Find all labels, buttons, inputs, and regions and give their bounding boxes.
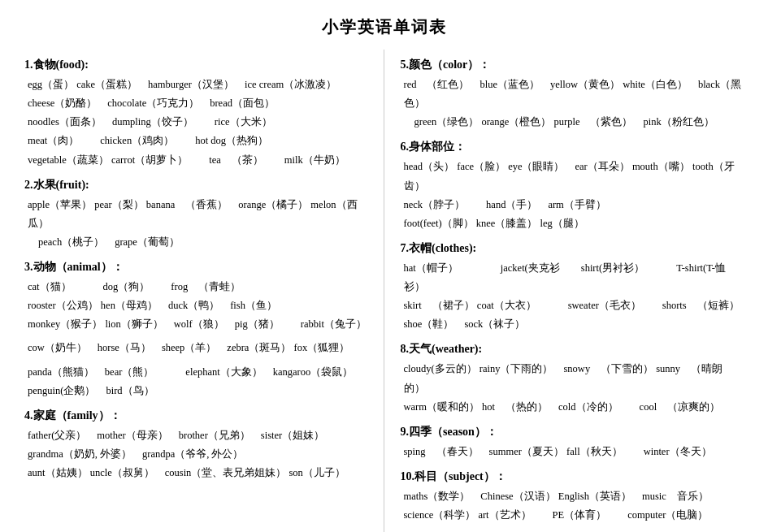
section-animal: 3.动物（animal）：cat（猫） dog（狗） frog （青蛙）roos… [24,260,371,400]
word-line: neck（脖子） hand（手） arm（手臂） [404,196,744,214]
section-title-season: 9.四季（season）： [401,425,744,439]
right-column: 5.颜色（color）：red （红色） blue（蓝色） yellow（黄色）… [384,50,744,532]
word-line: skirt （裙子） coat（大衣） sweater（毛衣） shorts （… [404,296,744,315]
word-line: monkey（猴子） lion（狮子） wolf（狼） pig（猪） rabbi… [28,315,371,334]
word-line: sping （春天） summer（夏天） fall（秋天） winter（冬天… [404,443,744,461]
word-line: green（绿色） orange（橙色） purple （紫色） pink（粉红… [404,113,744,132]
page-title: 小学英语单词表 [24,16,744,38]
word-line: warm（暖和的） hot （热的） cold（冷的） cool （凉爽的） [404,398,744,417]
word-line: foot(feet)（脚） knee（膝盖） leg（腿） [404,214,744,233]
section-family: 4.家庭（family）：father(父亲） mother（母亲） broth… [24,409,371,482]
section-body: 6.身体部位：head（头） face（脸） eye（眼睛） ear（耳朵） m… [401,140,744,233]
word-line: noodles（面条） dumpling（饺子） rice（大米） [28,113,371,132]
section-title-food: 1.食物(food): [24,58,371,72]
word-line: aunt（姑姨） uncle（叔舅） cousin（堂、表兄弟姐妹） son（儿… [28,464,371,482]
word-line: cat（猫） dog（狗） frog （青蛙） [28,278,371,296]
word-line: peach（桃子） grape（葡萄） [28,233,371,252]
word-line: shoe（鞋） sock（袜子） [404,315,744,334]
section-title-fruit: 2.水果(fruit): [24,178,371,192]
word-line: penguin(企鹅） bird（鸟） [28,382,371,400]
section-title-weather: 8.天气(weather): [401,342,744,357]
word-line: meat（肉） chicken（鸡肉） hot dog（热狗） [28,132,371,150]
section-title-family: 4.家庭（family）： [24,409,371,423]
section-clothes: 7.衣帽(clothes):hat（帽子） jacket(夹克衫 shirt(男… [401,241,744,335]
word-line: science（科学） art（艺术） PE（体育） computer（电脑） [404,506,744,525]
word-line: apple（苹果） pear（梨） banana （香蕉） orange（橘子）… [28,196,371,233]
word-line: hat（帽子） jacket(夹克衫 shirt(男衬衫） T-shirt(T-… [404,259,744,296]
left-column: 1.食物(food):egg（蛋） cake（蛋糕） hamburger（汉堡）… [24,50,384,532]
word-line: panda（熊猫） bear（熊） elephant（大象） kangaroo（… [28,363,371,382]
word-line: rooster（公鸡） hen（母鸡） duck（鸭） fish（鱼） [28,296,371,315]
section-title-subject: 10.科目（subject）： [401,469,744,484]
word-line: cheese（奶酪） chocolate（巧克力） bread（面包） [28,94,371,113]
section-fruit: 2.水果(fruit):apple（苹果） pear（梨） banana （香蕉… [24,178,371,252]
section-title-body: 6.身体部位： [401,140,744,154]
word-line: father(父亲） mother（母亲） brother（兄弟） sister… [28,426,371,445]
word-line: head（头） face（脸） eye（眼睛） ear（耳朵） mouth（嘴）… [404,158,744,195]
section-title-animal: 3.动物（animal）： [24,260,371,275]
word-line: grandma（奶奶, 外婆） grandpa（爷爷, 外公） [28,445,371,464]
word-line: egg（蛋） cake（蛋糕） hamburger（汉堡） ice cream（… [28,76,371,94]
section-title-clothes: 7.衣帽(clothes): [401,241,744,256]
section-food: 1.食物(food):egg（蛋） cake（蛋糕） hamburger（汉堡）… [24,58,371,170]
section-weather: 8.天气(weather):cloudy(多云的） rainy（下雨的） sno… [401,342,744,416]
word-line: cloudy(多云的） rainy（下雨的） snowy （下雪的） sunny… [404,360,744,397]
section-color: 5.颜色（color）：red （红色） blue（蓝色） yellow（黄色）… [401,58,744,132]
section-title-color: 5.颜色（color）： [401,58,744,72]
word-line: vegetable（蔬菜） carrot（胡萝卜） tea （茶） milk（牛… [28,151,371,170]
word-line: maths（数学） Chinese（汉语） English（英语） music … [404,487,744,506]
word-line: red （红色） blue（蓝色） yellow（黄色） white（白色） b… [404,76,744,113]
section-subject: 10.科目（subject）：maths（数学） Chinese（汉语） Eng… [401,469,744,525]
section-season: 9.四季（season）：sping （春天） summer（夏天） fall（… [401,425,744,461]
word-line: cow（奶牛） horse（马） sheep（羊） zebra（斑马） fox（… [28,339,371,357]
